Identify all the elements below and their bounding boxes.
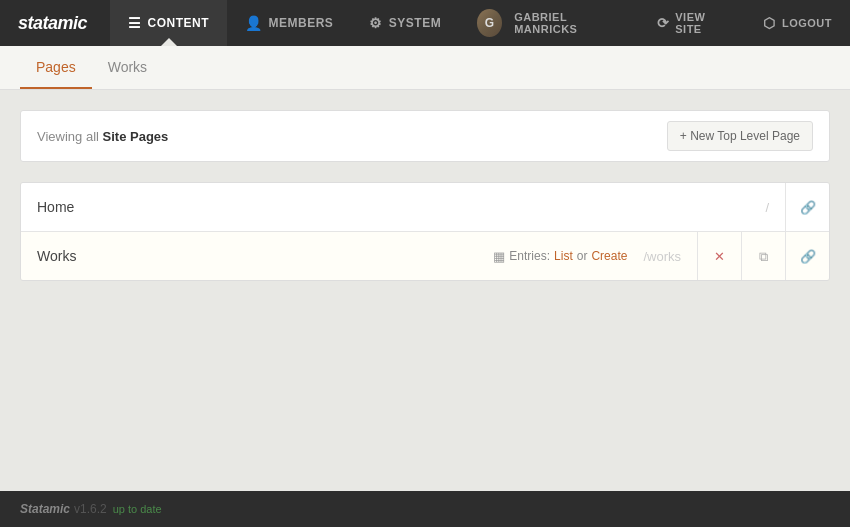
page-entries-works: Entries: List or Create: [493, 248, 627, 264]
username-label: GABRIEL MANRICKS: [514, 11, 621, 35]
viewsite-label: VIEW SITE: [675, 11, 727, 35]
logout-icon: [763, 15, 776, 31]
viewing-bar: Viewing all Site Pages + New Top Level P…: [20, 110, 830, 162]
nav-item-user[interactable]: G GABRIEL MANRICKS: [459, 0, 639, 46]
entries-or: or: [577, 249, 588, 263]
viewing-bold: Site Pages: [103, 129, 169, 144]
works-link-button[interactable]: [785, 232, 829, 280]
page-name-works: Works: [21, 248, 493, 264]
app-logo[interactable]: statamic: [0, 13, 110, 34]
nav-item-system[interactable]: SYSTEM: [351, 0, 459, 46]
viewing-prefix: Viewing all: [37, 129, 103, 144]
entries-create-link[interactable]: Create: [591, 249, 627, 263]
pages-list: Home / Works Entries: List or Create /wo…: [20, 182, 830, 281]
delete-icon: [714, 247, 725, 265]
works-copy-button[interactable]: [741, 232, 785, 280]
new-page-btn-label: + New Top Level Page: [680, 129, 800, 143]
viewing-text: Viewing all Site Pages: [37, 129, 168, 144]
sub-navigation: Pages Works: [0, 46, 850, 90]
nav-item-viewsite[interactable]: VIEW SITE: [639, 0, 746, 46]
footer-brand: Statamic: [20, 502, 70, 516]
tab-works[interactable]: Works: [92, 47, 163, 89]
entries-list-link[interactable]: List: [554, 249, 573, 263]
page-path-works: /works: [627, 249, 697, 264]
members-icon: [245, 15, 263, 31]
viewsite-icon: [657, 15, 670, 31]
page-path-home: /: [749, 200, 785, 215]
footer: Statamic v1.6.2 up to date: [0, 491, 850, 527]
nav-item-members[interactable]: MEMBERS: [227, 0, 351, 46]
avatar-image: G: [477, 9, 502, 37]
nav-members-label: MEMBERS: [269, 16, 334, 30]
nav-right: G GABRIEL MANRICKS VIEW SITE LOGOUT: [459, 0, 850, 46]
copy-icon: [759, 248, 768, 265]
link-icon: [800, 247, 816, 265]
entries-text: Entries:: [509, 249, 550, 263]
new-top-level-page-button[interactable]: + New Top Level Page: [667, 121, 813, 151]
top-navigation: statamic CONTENT MEMBERS SYSTEM G GABRIE…: [0, 0, 850, 46]
page-actions-home: [785, 183, 829, 231]
nav-content-label: CONTENT: [148, 16, 210, 30]
nav-items: CONTENT MEMBERS SYSTEM: [110, 0, 459, 46]
works-delete-button[interactable]: [697, 232, 741, 280]
nav-system-label: SYSTEM: [389, 16, 441, 30]
home-link-button[interactable]: [785, 183, 829, 231]
tab-pages[interactable]: Pages: [20, 47, 92, 89]
link-icon: [800, 198, 816, 216]
system-icon: [369, 15, 383, 31]
logout-label: LOGOUT: [782, 17, 832, 29]
entries-icon: [493, 248, 505, 264]
table-row: Works Entries: List or Create /works: [21, 232, 829, 280]
nav-item-content[interactable]: CONTENT: [110, 0, 227, 46]
file-icon: [128, 15, 142, 31]
footer-version: v1.6.2: [74, 502, 107, 516]
table-row: Home /: [21, 183, 829, 232]
main-content: Viewing all Site Pages + New Top Level P…: [0, 90, 850, 301]
nav-item-logout[interactable]: LOGOUT: [745, 0, 850, 46]
page-actions-works: [697, 232, 829, 280]
avatar: G: [477, 9, 502, 37]
footer-status: up to date: [113, 503, 162, 515]
page-name-home: Home: [21, 199, 749, 215]
